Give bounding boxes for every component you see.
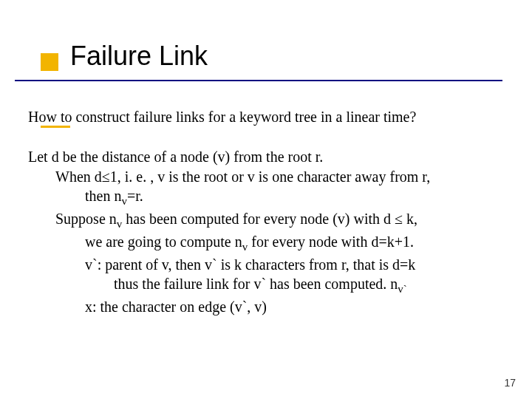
- body-line: When d≤1, i. e. , v is the root or v is …: [55, 167, 532, 186]
- subscript: v: [121, 195, 127, 207]
- body-line: v`: parent of v, then v` is k characters…: [85, 255, 532, 274]
- question-text: How to construct failure links for a key…: [28, 107, 532, 126]
- text: Suppose n: [55, 211, 117, 227]
- text: then n: [85, 188, 121, 204]
- slide-title: Failure Link: [70, 41, 532, 78]
- slide-body: How to construct failure links for a key…: [0, 78, 532, 316]
- body-line: we are going to compute nv for every nod…: [85, 232, 532, 255]
- text: we are going to compute n: [85, 233, 242, 250]
- page-number: 17: [504, 377, 516, 389]
- text: thus the failure link for v` has been co…: [114, 276, 398, 292]
- text: for every node with d=k+1.: [248, 233, 414, 250]
- text: has been computed for every node (v) wit…: [122, 211, 417, 227]
- accent-line: [41, 126, 70, 128]
- body-line: thus the failure link for v` has been co…: [114, 274, 532, 297]
- body-line: x: the character on edge (v`, v): [85, 297, 532, 316]
- subscript: v`: [398, 283, 407, 295]
- accent-square: [41, 53, 58, 71]
- text: =r.: [127, 188, 143, 204]
- body-line: Suppose nv has been computed for every n…: [55, 209, 532, 232]
- body-line: Let d be the distance of a node (v) from…: [28, 147, 532, 166]
- body-line: then nv=r.: [85, 186, 532, 209]
- title-underline: [15, 80, 502, 81]
